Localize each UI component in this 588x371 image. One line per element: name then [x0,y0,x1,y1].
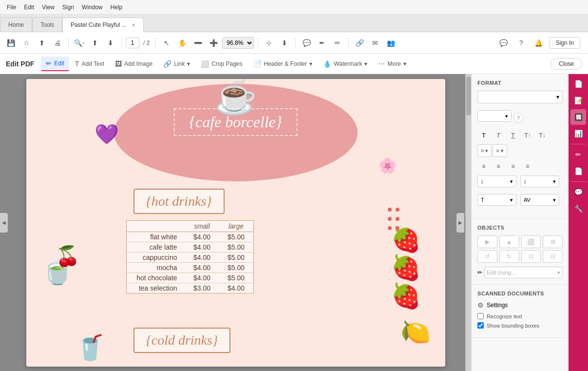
print-button[interactable]: 🖨 [51,36,64,50]
char-spacing-dropdown[interactable]: ↕ ▾ [520,176,559,187]
strip-btn-export[interactable]: 📊 [570,126,586,141]
menu-view[interactable]: View [39,3,57,12]
item-small-price: $4.00 [185,273,219,283]
link-tool[interactable]: 🔗 [353,36,366,50]
pdf-viewer[interactable]: ◀ ▶ ☕ 💜 🌸 {cafe borcelle} {hot drinks} [0,74,471,371]
strip-btn-add-pdf[interactable]: 📄 [570,76,586,92]
sep1 [68,38,69,48]
page-down-button[interactable]: ⬇ [104,36,117,50]
sign-in-button[interactable]: Sign In [550,37,580,49]
ordered-list-button[interactable]: ≡ ▾ [493,144,507,157]
help-button[interactable]: ? [513,113,523,123]
obj-btn-1[interactable]: ▶ [477,235,497,248]
cold-drinks-box[interactable]: {cold drinks} [133,328,231,353]
superscript-button[interactable]: T↑ [521,129,534,141]
hand-tool[interactable]: ✋ [175,36,189,50]
table-row: mocha $4.00 $5.00 [127,263,253,273]
page-number-input[interactable] [126,38,139,48]
watermark-button[interactable]: 💧 Watermark ▾ [318,57,372,71]
font-size-dropdown[interactable]: ▾ [477,110,512,122]
close-button[interactable]: Close [550,58,582,70]
obj-btn-6[interactable]: ↻ [499,250,519,263]
obj-btn-7[interactable]: ⊡ [521,250,541,263]
align-row: ≡ ≡ ≡ ≡ [477,160,563,173]
edit-icon: ✏ [46,59,52,67]
underline-button[interactable]: T [507,129,519,141]
share-tool[interactable]: 👥 [384,36,398,50]
header-footer-button[interactable]: 📄 Header & Footer ▾ [248,57,318,71]
zoom-in-btn[interactable]: ➕ [207,36,220,50]
strip-btn-organize[interactable]: 🔲 [570,109,586,125]
pen-tool[interactable]: ✒ [315,36,329,50]
more-button[interactable]: ⋯ More ▾ [373,57,411,71]
obj-btn-2[interactable]: ▲ [499,235,519,248]
zoom-out-button[interactable]: 🔍- [73,36,86,50]
tab-close-icon[interactable]: ✕ [132,22,135,28]
font-family-dropdown[interactable]: ▾ [477,91,563,103]
upload-button[interactable]: ⬆ [35,36,49,50]
add-image-button[interactable]: 🖼 Add Image [110,57,157,71]
edit-tool[interactable]: ✏ [331,36,344,50]
bold-button[interactable]: T [477,129,490,141]
recognize-text-checkbox[interactable] [477,313,484,319]
save-button[interactable]: 💾 [4,36,18,50]
collapse-left-btn[interactable]: ◀ [0,213,8,233]
align-left-button[interactable]: ≡ [477,160,490,173]
page-up-button[interactable]: ⬆ [88,36,102,50]
menu-window[interactable]: Window [79,3,106,12]
sep4 [258,38,258,48]
strip-btn-edit-pdf[interactable]: 📝 [570,93,586,108]
align-right-button[interactable]: ≡ [507,160,519,173]
menu-edit[interactable]: Edit [21,3,37,12]
line-spacing-dropdown[interactable]: ↕ ▾ [477,176,516,187]
collapse-right-btn[interactable]: ▶ [456,213,464,233]
highlight-color-dropdown[interactable]: AV ▾ [520,194,559,206]
zoom-select[interactable]: 96.8% 50% 75% 100% 150% [222,37,254,49]
align-justify-button[interactable]: ≡ [521,160,534,173]
tab-document[interactable]: Pastel Cute Playful ... ✕ [62,18,144,32]
add-text-button[interactable]: T Add Text [70,57,109,71]
strip-btn-annotate[interactable]: ✏ [570,147,586,162]
mail-tool[interactable]: ✉ [368,36,382,50]
notification-button[interactable]: 🔔 [532,36,546,50]
scroll-bar[interactable] [465,74,471,371]
strip-btn-convert[interactable]: 📄 [570,163,586,179]
scroll-thumb[interactable] [466,77,471,116]
strip-btn-forms[interactable]: 💬 [570,184,586,200]
italic-button[interactable]: T [492,129,505,141]
cafe-title-box[interactable]: {cafe borcelle} [173,108,298,136]
marquee-tool[interactable]: ⊹ [262,36,276,50]
link-button[interactable]: 🔗 Link ▾ [158,57,195,71]
subscript-button[interactable]: T↓ [536,129,549,141]
text-color-dropdown[interactable]: T ▾ [477,194,516,206]
align-center-button[interactable]: ≡ [492,160,505,173]
strip-btn-tools[interactable]: 🔧 [570,201,586,216]
objects-title: OBJECTS [477,225,563,231]
crop-pages-button[interactable]: ⬜ Crop Pages [196,57,247,71]
tab-home[interactable]: Home [0,17,32,32]
help-button[interactable]: ? [514,36,528,50]
menu-help[interactable]: Help [108,3,126,12]
comment-tool[interactable]: 💬 [300,36,313,50]
edit-button[interactable]: ✏ Edit [41,57,69,71]
obj-btn-5[interactable]: ↺ [477,250,497,263]
unordered-list-button[interactable]: ≡ ▾ [477,144,492,157]
tab-tools[interactable]: Tools [32,17,62,32]
obj-btn-3[interactable]: ⬜ [521,235,541,248]
show-bounding-checkbox[interactable] [477,322,484,329]
obj-btn-8[interactable]: ⊟ [543,250,563,263]
zoom-out-btn2[interactable]: ➖ [191,36,205,50]
cursor-tool[interactable]: ↖ [160,36,173,50]
hot-drinks-box[interactable]: {hot drinks} [133,189,225,214]
page-total: / 2 [143,39,150,46]
bookmark-button[interactable]: ☆ [19,36,33,50]
edit-using-dropdown[interactable]: Edit Using... ▾ [484,267,563,278]
scroll-tool[interactable]: ⬇ [278,36,291,50]
main-content: ◀ ▶ ☕ 💜 🌸 {cafe borcelle} {hot drinks} [0,74,588,371]
settings-row[interactable]: ⚙ Settings [477,301,563,309]
chat-button[interactable]: 💬 [497,36,511,50]
text-style-row: T T T T↑ T↓ [477,129,563,141]
menu-file[interactable]: File [4,3,19,12]
obj-btn-4[interactable]: ⊞ [543,235,563,248]
menu-sign[interactable]: Sign [59,3,77,12]
